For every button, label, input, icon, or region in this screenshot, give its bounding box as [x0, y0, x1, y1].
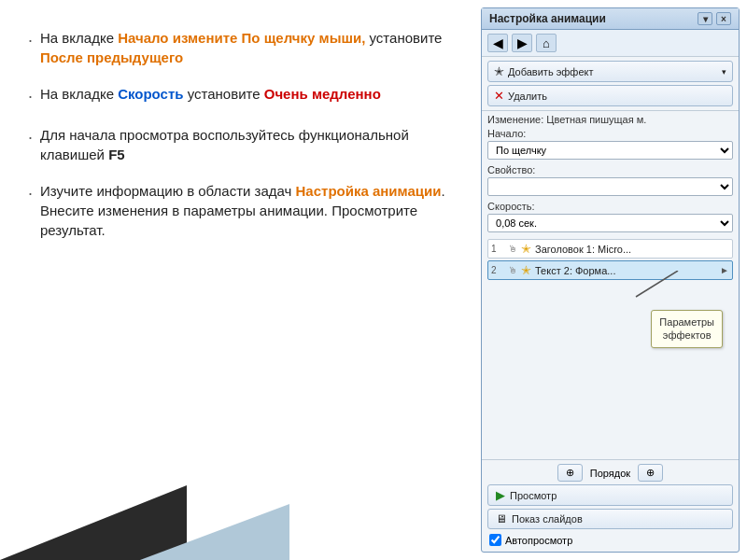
slideshow-label: Показ слайдов: [512, 513, 583, 525]
nav-row: ◀ ▶ ⌂: [482, 30, 739, 57]
autopreview-row: Автопросмотр: [487, 532, 733, 548]
bullet-text-1: На вкладке Начало измените По щелчку мыш…: [40, 28, 453, 67]
add-effect-button[interactable]: ✭ Добавить эффект ▾: [487, 61, 733, 82]
start-label: Начало:: [482, 126, 739, 140]
panel-toolbar: ✭ Добавить эффект ▾ ✕ Удалить: [482, 57, 739, 111]
list-item: · На вкладке Скорость установите Очень м…: [28, 84, 453, 108]
highlight-very-slow: Очень медленно: [264, 86, 381, 102]
anim-text-1: Заголовок 1: Micro...: [535, 244, 729, 255]
delete-label: Удалить: [508, 91, 547, 102]
anim-num-1: 1: [491, 244, 504, 254]
delete-icon: ✕: [494, 89, 504, 103]
list-item: · Изучите информацию в области задач Нас…: [28, 181, 453, 240]
highlight-click: По щелчку мыши,: [242, 30, 366, 46]
tooltip-line-svg: [627, 271, 683, 299]
panel-bottom: ⊕ Порядок ⊕ ▶ Просмотр 🖥 Показ слайдов А…: [482, 459, 739, 552]
nav-back-button[interactable]: ◀: [487, 34, 508, 52]
list-item: · Для начала просмотра воспользуйтесь фу…: [28, 125, 453, 164]
nav-home-button[interactable]: ⌂: [536, 34, 557, 52]
play-icon: ▶: [496, 488, 505, 502]
anim-arrow-icon: ►: [720, 265, 729, 275]
panel-title: Настройка анимации: [489, 12, 698, 25]
title-buttons: ▾ ×: [698, 12, 731, 25]
bullet-text-2: На вкладке Скорость установите Очень мед…: [40, 84, 381, 104]
tooltip-text: Параметрыэффектов: [659, 316, 714, 341]
anim-num-2: 2: [491, 265, 504, 275]
key-f5: F5: [108, 147, 125, 162]
anim-item-2[interactable]: 2 🖱 ✭ Текст 2: Форма... ► Параметрыэффек…: [487, 260, 733, 280]
effect-star-icon-2: ✭: [521, 263, 531, 277]
property-select[interactable]: [487, 177, 733, 196]
preview-button[interactable]: ▶ Просмотр: [487, 484, 733, 506]
animation-panel: Настройка анимации ▾ × ◀ ▶ ⌂ ✭ Добавить …: [481, 7, 740, 553]
order-down-button[interactable]: ⊕: [638, 464, 663, 482]
highlight-speed-tab: Скорость: [118, 86, 183, 102]
panel-title-bar: Настройка анимации ▾ ×: [482, 8, 739, 30]
autopreview-label: Автопросмотр: [505, 535, 572, 546]
speed-label: Скорость:: [482, 199, 739, 213]
triangle-light: [140, 504, 289, 560]
bullet-text-3: Для начала просмотра воспользуйтесь функ…: [40, 125, 453, 164]
bullet-text-4: Изучите информацию в области задач Настр…: [40, 181, 453, 240]
order-label: Порядок: [590, 468, 630, 479]
order-up-button[interactable]: ⊕: [557, 464, 583, 482]
highlight-animation-setup: Настройка анимации: [296, 183, 442, 199]
bullet-dot: ·: [28, 29, 33, 52]
bullet-dot: ·: [28, 126, 33, 149]
mouse-icon-2: 🖱: [508, 265, 517, 275]
star-icon: ✭: [494, 64, 504, 78]
left-panel: · На вкладке Начало измените По щелчку м…: [0, 0, 481, 560]
start-dropdown-row: По щелчку: [482, 140, 739, 162]
delete-button[interactable]: ✕ Удалить: [487, 85, 733, 106]
mouse-icon-1: 🖱: [508, 244, 517, 254]
property-label: Свойство:: [482, 162, 739, 176]
svg-line-0: [636, 271, 678, 297]
highlight-after: После предыдущего: [40, 49, 183, 65]
nav-forward-button[interactable]: ▶: [512, 34, 532, 52]
list-item: · На вкладке Начало измените По щелчку м…: [28, 28, 453, 67]
collapse-button[interactable]: ▾: [698, 12, 712, 25]
bullet-dot: ·: [28, 182, 33, 205]
dropdown-arrow-icon: ▾: [722, 67, 726, 77]
property-dropdown-row: [482, 176, 739, 199]
add-effect-label: Добавить эффект: [508, 66, 593, 77]
bullet-list: · На вкладке Начало измените По щелчку м…: [28, 28, 453, 541]
start-select[interactable]: По щелчку: [487, 141, 733, 160]
speed-dropdown-row: 0,08 сек.: [482, 213, 739, 235]
close-button[interactable]: ×: [716, 12, 731, 25]
bullet-dot: ·: [28, 85, 33, 108]
preview-label: Просмотр: [510, 490, 557, 501]
slideshow-icon: 🖥: [496, 512, 507, 525]
animation-list: 1 🖱 ✭ Заголовок 1: Micro... 2 🖱 ✭ Текст …: [482, 235, 739, 459]
order-row: ⊕ Порядок ⊕: [487, 464, 733, 482]
anim-item-1[interactable]: 1 🖱 ✭ Заголовок 1: Micro...: [487, 239, 733, 259]
slideshow-button[interactable]: 🖥 Показ слайдов: [487, 509, 733, 529]
bottom-decoration: [0, 485, 481, 560]
order-up-icon: ⊕: [566, 467, 574, 479]
change-label: Изменение: Цветная пишущая м.: [482, 111, 739, 126]
tooltip-box: Параметрыэффектов: [651, 310, 723, 348]
autopreview-checkbox[interactable]: [489, 534, 501, 546]
speed-select[interactable]: 0,08 сек.: [487, 214, 733, 232]
order-down-icon: ⊕: [646, 467, 655, 479]
effect-star-icon-1: ✭: [521, 242, 531, 256]
highlight-start: Начало измените: [118, 30, 241, 46]
